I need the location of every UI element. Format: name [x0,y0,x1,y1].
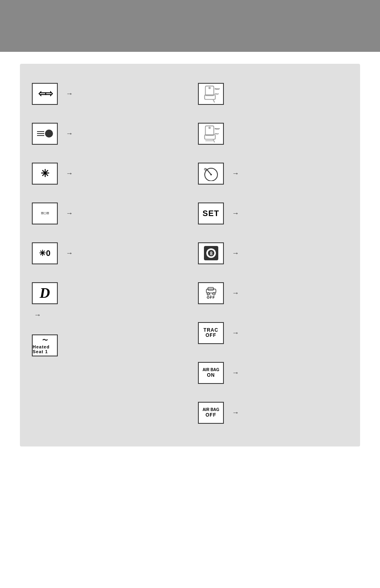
seat-heated-1-row: 〰 〰 [198,80,348,108]
set-row: SET → [198,199,348,227]
headlight-icon [37,130,53,138]
set-icon-box: SET [198,203,224,224]
headlight-icon-box [32,123,58,145]
icon-card: ⇦⇨ → [20,64,360,446]
turn-signal-icon: ⇦⇨ [38,88,52,99]
airbag-off-icon-box: AIR BAG OFF [198,402,224,424]
snowflake-arrow: → [66,249,73,258]
turn-signal-icon-box: ⇦⇨ [32,83,58,105]
content-area: ⇦⇨ → [0,52,380,454]
snowflake-icon: ✳0 [39,248,50,258]
sun-row: ✳ → [32,159,182,187]
svg-line-8 [213,139,214,142]
airbag-on-row: AIR BAG ON → [198,359,348,387]
sun-icon: ✳ [41,167,49,180]
seat-heated-2-icon: 〰 〰 [202,124,221,143]
car-skid-row: OFF → [198,279,348,307]
svg-point-5 [208,87,211,89]
turn-signal-arrow: → [66,90,73,98]
fog-arrow: → [66,209,73,218]
svg-line-2 [213,99,214,102]
cool-icon: 〜 Heated Seat 1 [33,337,57,354]
cool-row: 〜 Heated Seat 1 [32,331,182,359]
airbag-off-arrow: → [232,409,239,417]
car-skid-icon: OFF [204,287,218,299]
stability-icon: 8 [203,245,219,261]
cool-label: Heated Seat 1 [33,344,57,354]
d-gear-row: D [32,279,182,307]
svg-point-15 [210,174,212,175]
speedometer-icon: ⟳ [203,166,219,181]
svg-line-14 [207,170,211,175]
fog-icon: ≡○≡ [41,210,49,216]
stability-arrow: → [232,249,239,258]
stability-icon-box: 8 [198,242,224,264]
airbag-on-icon: AIR BAG ON [202,368,219,378]
snowflake-icon-box: ✳0 [32,242,58,264]
trac-off-icon-box: TRAC OFF [198,322,224,344]
seat-heated-2-box: 〰 〰 [198,123,224,145]
right-column: 〰 〰 〰 〰 [190,80,348,427]
speedometer-row: ⟳ → [198,159,348,187]
svg-text:8: 8 [210,251,213,256]
fog-icon-box: ≡○≡ [32,203,58,224]
headlight-row: → [32,120,182,147]
airbag-on-icon-box: AIR BAG ON [198,362,224,384]
seat-heated-1-icon: 〰 〰 [202,84,221,103]
turn-signal-row: ⇦⇨ → [32,80,182,108]
airbag-off-row: AIR BAG OFF → [198,399,348,427]
set-arrow: → [232,209,239,218]
svg-text:〰: 〰 [214,87,219,92]
car-skid-icon-box: OFF [198,282,224,304]
snowflake-row: ✳0 → [32,239,182,267]
trac-off-arrow: → [232,329,239,337]
stability-row: 8 → [198,239,348,267]
sun-icon-box: ✳ [32,163,58,185]
d-gear-icon-box: D [32,282,58,304]
trac-off-row: TRAC OFF → [198,319,348,347]
airbag-on-arrow: → [232,369,239,377]
seat-heated-2-row: 〰 〰 [198,120,348,147]
d-gear-section: D → [32,279,182,319]
svg-text:〰: 〰 [214,92,219,96]
top-bar [0,0,380,52]
set-icon: SET [203,209,219,218]
svg-point-12 [208,127,211,129]
trac-off-icon: TRAC OFF [204,328,218,338]
seat-heated-1-box: 〰 〰 [198,83,224,105]
d-gear-arrow: → [34,311,41,319]
cool-icon-box: 〜 Heated Seat 1 [32,334,58,356]
icon-grid: ⇦⇨ → [32,80,348,427]
fog-row: ≡○≡ → [32,199,182,227]
car-skid-arrow: → [232,289,239,297]
headlight-arrow: → [66,130,73,138]
d-arrow-row: → [32,311,182,319]
d-gear-icon: D [40,285,50,301]
svg-text:〰: 〰 [214,132,219,136]
svg-text:〰: 〰 [214,127,219,132]
airbag-off-icon: AIR BAG OFF [202,407,219,418]
speedometer-icon-box: ⟳ [198,163,224,185]
svg-text:⟳: ⟳ [204,167,207,171]
speedometer-arrow: → [232,169,239,178]
left-column: ⇦⇨ → [32,80,190,427]
sun-arrow: → [66,169,73,178]
